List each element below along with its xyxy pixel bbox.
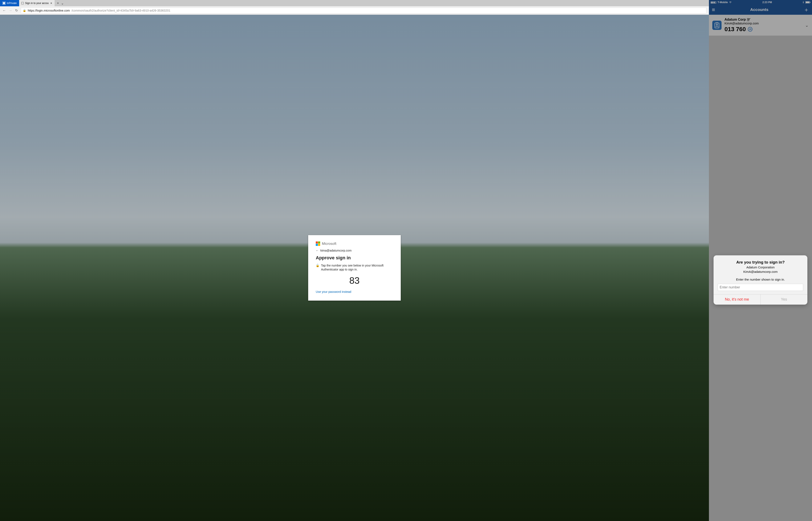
account-name: Adatum Corp (724, 18, 746, 21)
use-password-link[interactable]: Use your password instead (316, 290, 393, 293)
address-bar: ← → ↻ 🔒 https://login.microsoftonline.co… (0, 6, 709, 15)
account-email: KimA@adatumcorp.com (724, 21, 802, 25)
page-icon (21, 2, 24, 4)
identity-email: kima@adatumcorp.com (320, 249, 352, 252)
alert-buttons: No, it's not me Yes (714, 294, 807, 304)
ios-status-bar: ▮▮▮▯ T-Mobile 2:23 PM ᚼ (709, 0, 812, 5)
svg-rect-1 (21, 2, 24, 4)
tab-signin[interactable]: Sign in to your accou × (19, 0, 55, 6)
otp-timer: 29 (748, 27, 753, 31)
signin-alert: Are you trying to sign in? Adatum Corpor… (714, 255, 807, 304)
instruction-text: Tap the number you see below in your Mic… (321, 264, 393, 272)
new-tab-button[interactable]: + (57, 1, 59, 5)
svg-rect-3 (806, 1, 809, 3)
authenticator-phone: ▮▮▮▯ T-Mobile 2:23 PM ᚼ ≡ Accounts ＋ Ada… (709, 0, 812, 521)
microsoft-squares-icon (316, 242, 320, 246)
inprivate-icon (2, 2, 5, 5)
alert-title: Are you trying to sign in? (714, 260, 807, 265)
battery-icon (805, 1, 810, 4)
alert-message: Enter the number shown to sign in. (714, 278, 807, 281)
url-host: https://login.microsoftonline.com (28, 9, 70, 12)
edge-browser-window: InPrivate Sign in to your accou × + ⌄ ← … (0, 0, 709, 521)
card-title: Approve sign in (316, 255, 393, 260)
back-arrow-icon[interactable]: ← (316, 249, 319, 252)
close-tab-icon[interactable]: × (50, 1, 52, 5)
svg-point-6 (716, 24, 718, 25)
url-path: /common/oauth2/authorize?client_id=4345a… (72, 9, 170, 12)
tab-strip: InPrivate Sign in to your accou × + ⌄ (0, 0, 709, 6)
passwordless-icon (747, 18, 750, 21)
microsoft-logo-text: Microsoft (322, 242, 336, 246)
lock-outline-icon: 🔓 (316, 264, 319, 272)
page-viewport: Microsoft ← kima@adatumcorp.com Approve … (0, 15, 709, 521)
account-text: Adatum Corp KimA@adatumcorp.com 013 760 … (724, 18, 802, 32)
clock-label: 2:23 PM (762, 1, 772, 4)
bluetooth-icon: ᚼ (803, 1, 804, 4)
signal-icon: ▮▮▮▯ (711, 1, 716, 4)
tab-title: Sign in to your accou (25, 2, 49, 5)
alert-org: Adatum Corporation (714, 266, 807, 269)
refresh-button[interactable]: ↻ (15, 8, 18, 13)
challenge-number: 83 (316, 275, 393, 286)
forward-button[interactable]: → (9, 9, 12, 13)
navbar-title: Accounts (750, 7, 768, 12)
url-field[interactable]: 🔒 https://login.microsoftonline.com/comm… (21, 7, 707, 14)
hamburger-icon[interactable]: ≡ (712, 6, 715, 13)
otp-code: 013 760 (724, 26, 746, 32)
chevron-down-icon[interactable]: ⌄ (805, 23, 809, 28)
inprivate-label: InPrivate (7, 2, 17, 5)
tab-menu-button[interactable]: ⌄ (61, 1, 64, 5)
microsoft-logo: Microsoft (316, 242, 393, 246)
approve-button[interactable]: Yes (761, 294, 808, 304)
back-button[interactable]: ← (2, 9, 6, 13)
lock-icon: 🔒 (23, 9, 26, 12)
wifi-icon (729, 1, 732, 3)
tab-actions: + ⌄ (55, 0, 66, 6)
carrier-label: T-Mobile (718, 1, 728, 4)
app-navbar: ≡ Accounts ＋ (709, 5, 812, 15)
account-row[interactable]: Adatum Corp KimA@adatumcorp.com 013 760 … (709, 15, 812, 36)
identity-row[interactable]: ← kima@adatumcorp.com (316, 249, 393, 252)
add-account-button[interactable]: ＋ (804, 6, 809, 14)
svg-rect-4 (810, 2, 810, 3)
deny-button[interactable]: No, it's not me (714, 294, 761, 304)
inprivate-indicator: InPrivate (0, 0, 19, 6)
signin-card: Microsoft ← kima@adatumcorp.com Approve … (308, 235, 401, 301)
number-input[interactable] (718, 284, 803, 291)
alert-email: KimA@adatumcorp.com (714, 270, 807, 273)
account-badge-icon (712, 21, 721, 30)
instruction-row: 🔓 Tap the number you see below in your M… (316, 264, 393, 272)
